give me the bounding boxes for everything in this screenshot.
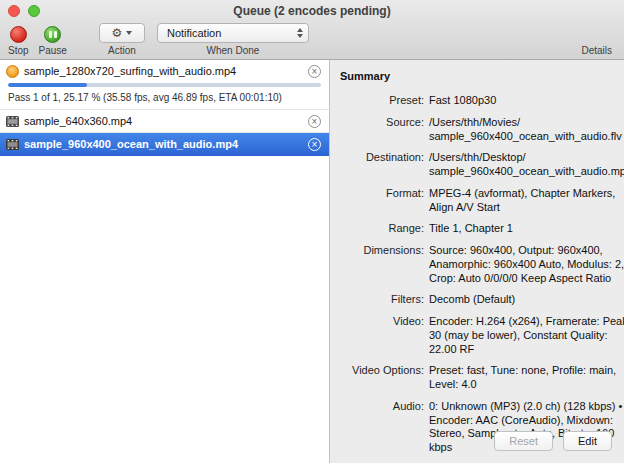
action-button[interactable]: ⚙ Action [99,23,145,56]
handbrake-queue-window: Queue (2 encodes pending) Stop Pause ⚙ A… [0,0,624,463]
summary-label: Filters: [340,293,424,307]
pause-icon [44,26,61,43]
chevron-down-icon [126,31,132,35]
toolbar: Stop Pause ⚙ Action Notification [0,22,624,59]
when-done-group: Notification When Done [157,23,309,56]
summary-buttons: Reset Edit [494,431,612,451]
when-done-label: When Done [207,45,260,56]
queue-item[interactable]: sample_640x360.mp4 × [0,110,329,133]
summary-label: Dimensions: [340,244,424,285]
titlebar: Queue (2 encodes pending) [0,0,624,22]
summary-value: Preset: fast, Tune: none, Profile: main,… [429,364,624,392]
summary-title: Summary [340,70,614,82]
action-control[interactable]: ⚙ [99,23,145,43]
remove-button[interactable]: × [308,115,321,128]
edit-button[interactable]: Edit [563,431,612,451]
action-label: Action [108,45,136,56]
queue-item-name: sample_1280x720_surfing_with_audio.mp4 [24,65,303,77]
queue-item-name: sample_640x360.mp4 [24,115,303,127]
details-label: Details [581,45,612,56]
remove-button[interactable]: × [308,65,321,78]
summary-value: /Users/thh/Desktop/ sample_960x400_ocean… [429,151,624,179]
queue-panel: sample_1280x720_surfing_with_audio.mp4 ×… [0,60,330,463]
queue-item-selected[interactable]: sample_960x400_ocean_with_audio.mp4 × [0,133,329,156]
summary-value: Decomb (Default) [429,293,624,307]
summary-value: Title 1, Chapter 1 [429,222,624,236]
gear-icon: ⚙ [112,27,123,39]
when-done-select[interactable]: Notification [157,23,309,43]
progress-bar [8,83,321,87]
summary-value: Source: 960x400, Output: 960x400, Anamor… [429,244,624,285]
pause-label: Pause [39,45,67,56]
film-icon [6,139,19,150]
summary-label: Source: [340,116,424,144]
stop-icon [10,26,27,43]
summary-value: /Users/thh/Movies/ sample_960x400_ocean_… [429,116,624,144]
summary-value: MPEG-4 (avformat), Chapter Markers, Alig… [429,187,624,215]
traffic-lights [8,5,40,17]
summary-value: Encoder: H.264 (x264), Framerate: Peak 3… [429,315,624,356]
when-done-value: Notification [167,27,221,39]
stop-button[interactable]: Stop [8,26,29,56]
summary-label: Video Options: [340,364,424,392]
summary-label: Preset: [340,94,424,108]
film-icon [6,116,19,127]
popup-arrows-icon [297,28,303,38]
encoding-icon [6,65,19,78]
remove-button[interactable]: × [308,138,321,151]
summary-label: Range: [340,222,424,236]
queue-item-name: sample_960x400_ocean_with_audio.mp4 [24,138,303,150]
content: sample_1280x720_surfing_with_audio.mp4 ×… [0,60,624,463]
progress-text: Pass 1 of 1, 25.17 % (35.58 fps, avg 46.… [0,90,329,109]
summary-value: Fast 1080p30 [429,94,624,108]
pause-button[interactable]: Pause [39,26,67,56]
queue-item[interactable]: sample_1280x720_surfing_with_audio.mp4 ×… [0,60,329,110]
summary-label: Video: [340,315,424,356]
window-header: Queue (2 encodes pending) Stop Pause ⚙ A… [0,0,624,60]
summary-label: Format: [340,187,424,215]
close-button[interactable] [8,5,20,17]
summary-panel: Summary Preset: Fast 1080p30 Source: /Us… [330,60,624,463]
details-button[interactable]: Details [581,45,612,56]
reset-button[interactable]: Reset [494,431,553,451]
summary-label: Audio: [340,400,424,455]
zoom-button[interactable] [28,5,40,17]
progress-fill [8,83,87,87]
summary-label: Destination: [340,151,424,179]
summary-grid: Preset: Fast 1080p30 Source: /Users/thh/… [340,94,614,455]
stop-label: Stop [8,45,29,56]
window-title: Queue (2 encodes pending) [0,4,624,18]
